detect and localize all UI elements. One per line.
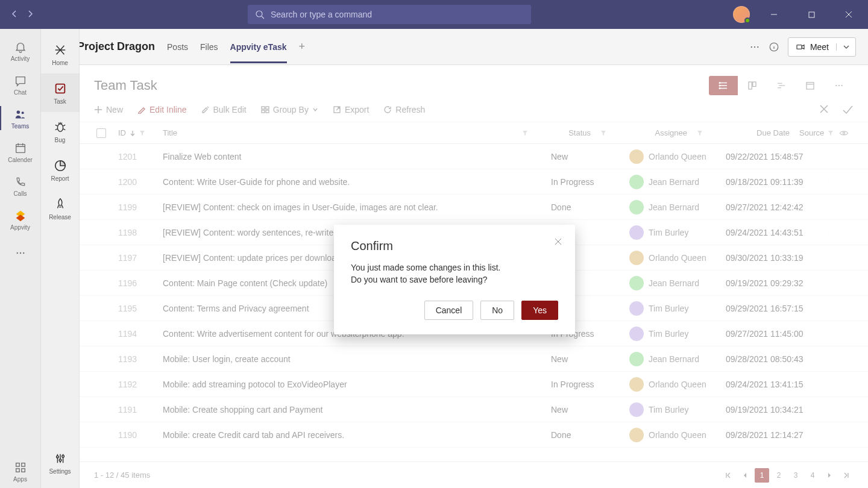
tab-more-icon[interactable] <box>749 42 760 52</box>
rail-label: Apps <box>13 476 27 483</box>
svg-rect-4 <box>16 144 25 152</box>
rail-label: Teams <box>11 123 29 130</box>
svg-point-0 <box>256 11 262 17</box>
tab-files[interactable]: Files <box>200 31 218 63</box>
svg-rect-9 <box>21 463 25 466</box>
window-close-button[interactable] <box>835 0 862 29</box>
app-side-home[interactable]: Home <box>41 35 80 74</box>
rail-appvity[interactable]: Appvity <box>0 202 41 236</box>
confirm-dialog: Confirm You just made some changes in th… <box>334 225 575 334</box>
app-side-label: Bug <box>55 137 66 143</box>
tab-posts[interactable]: Posts <box>167 31 188 63</box>
svg-point-23 <box>61 455 64 457</box>
svg-point-3 <box>21 111 24 114</box>
svg-rect-1 <box>809 12 814 17</box>
svg-point-2 <box>16 110 19 114</box>
meet-button[interactable]: Meet <box>788 37 856 57</box>
teams-rail: Activity Chat Teams Calender Calls Appvi… <box>0 29 41 488</box>
calendar-icon <box>13 141 28 155</box>
svg-point-21 <box>56 455 58 458</box>
channel-title: Project Dragon <box>77 40 155 53</box>
chat-icon <box>13 74 28 88</box>
release-icon <box>53 197 68 211</box>
settings-icon <box>53 451 68 466</box>
avatar[interactable] <box>733 6 750 23</box>
rail-activity[interactable]: Activity <box>0 34 41 67</box>
rail-more[interactable] <box>0 236 41 270</box>
nav-forward-icon[interactable] <box>27 10 35 19</box>
rail-label: Activity <box>11 55 30 62</box>
svg-point-13 <box>751 46 752 47</box>
video-icon <box>796 42 805 52</box>
dialog-title: Confirm <box>351 239 558 253</box>
window-minimize-button[interactable] <box>761 0 787 29</box>
rail-teams[interactable]: Teams <box>0 101 41 135</box>
channel-header: Project Dragon Posts Files Appvity eTask… <box>41 29 868 65</box>
appvity-icon <box>13 208 28 223</box>
svg-point-22 <box>59 458 61 461</box>
svg-rect-17 <box>797 45 802 49</box>
app-side-label: Task <box>54 98 66 105</box>
more-icon <box>13 246 28 260</box>
svg-point-6 <box>19 252 20 254</box>
rail-calls[interactable]: Calls <box>0 169 41 202</box>
search-placeholder: Search or type a command <box>271 10 372 19</box>
search-input[interactable]: Search or type a command <box>248 5 531 24</box>
rail-label: Appvity <box>10 224 30 231</box>
svg-point-19 <box>57 124 63 131</box>
titlebar: Search or type a command <box>0 0 868 29</box>
app-side-task[interactable]: Task <box>41 74 80 112</box>
rail-calendar[interactable]: Calender <box>0 135 41 169</box>
app-sidebar: Home Task Bug Report Release Settings <box>41 29 80 488</box>
svg-rect-11 <box>21 468 25 472</box>
app-side-settings[interactable]: Settings <box>41 443 80 482</box>
teams-icon <box>13 107 28 122</box>
app-side-release[interactable]: Release <box>41 189 80 228</box>
presence-badge <box>744 17 750 23</box>
dialog-msg-line: You just made some changes in this list. <box>351 261 558 274</box>
dialog-cancel-button[interactable]: Cancel <box>424 301 474 320</box>
svg-rect-10 <box>16 468 19 472</box>
meet-dropdown[interactable] <box>836 43 855 51</box>
app-side-label: Home <box>52 60 68 66</box>
dialog-msg-line: Do you want to save before leaving? <box>351 274 558 286</box>
app-side-bug[interactable]: Bug <box>41 112 80 151</box>
home-icon <box>53 43 68 57</box>
rail-label: Chat <box>14 89 27 96</box>
phone-icon <box>13 175 28 189</box>
bell-icon <box>13 40 28 54</box>
rail-chat[interactable]: Chat <box>0 67 41 101</box>
app-side-label: Settings <box>49 468 71 475</box>
dialog-no-button[interactable]: No <box>480 301 514 320</box>
svg-point-15 <box>757 46 758 47</box>
tab-appvity-etask[interactable]: Appvity eTask <box>230 31 287 63</box>
svg-rect-8 <box>16 463 19 466</box>
svg-point-14 <box>754 46 755 47</box>
svg-rect-18 <box>55 84 64 93</box>
bug-icon <box>53 120 68 134</box>
rail-label: Calender <box>8 157 33 163</box>
svg-point-5 <box>16 252 17 254</box>
meet-label: Meet <box>810 42 829 52</box>
app-side-label: Release <box>49 214 71 221</box>
info-icon[interactable] <box>769 42 779 52</box>
dialog-close-button[interactable] <box>551 234 565 249</box>
nav-back-icon[interactable] <box>11 10 19 19</box>
rail-label: Calls <box>13 190 27 197</box>
task-icon <box>53 81 68 96</box>
rail-apps[interactable]: Apps <box>0 454 41 488</box>
report-icon <box>53 158 68 173</box>
add-tab-button[interactable]: + <box>299 40 306 53</box>
window-maximize-button[interactable] <box>798 0 825 29</box>
apps-icon <box>13 460 28 475</box>
dialog-yes-button[interactable]: Yes <box>521 301 558 320</box>
app-side-report[interactable]: Report <box>41 151 80 189</box>
search-icon <box>255 10 265 19</box>
svg-point-7 <box>23 252 24 254</box>
app-side-label: Report <box>51 175 69 182</box>
